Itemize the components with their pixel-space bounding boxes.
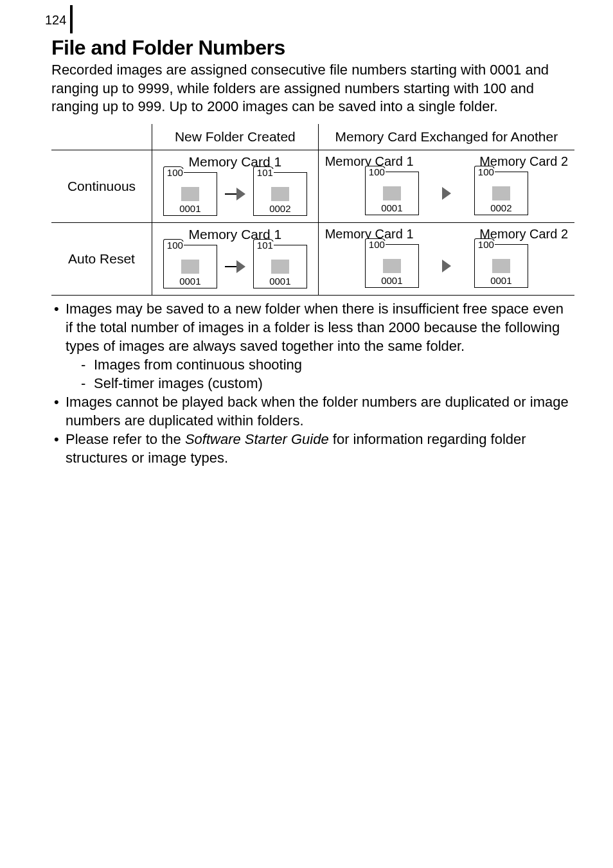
page-number-block: 124 <box>45 13 574 33</box>
page-number-divider <box>70 5 73 33</box>
cell-continuous-exchanged: Memory Card 1 Memory Card 2 100 0001 100 <box>318 150 574 222</box>
note-item: Images cannot be played back when the fo… <box>51 393 574 430</box>
numbering-table: New Folder Created Memory Card Exchanged… <box>51 124 574 296</box>
folder-icon: 101 0001 <box>253 245 307 288</box>
folder-icon: 100 0001 <box>163 245 217 288</box>
file-number: 0001 <box>179 203 200 214</box>
file-number: 0001 <box>179 276 200 287</box>
note-item: Images may be saved to a new folder when… <box>51 299 574 393</box>
image-thumb-icon <box>271 187 289 201</box>
arrow-icon <box>236 260 245 273</box>
file-number: 0002 <box>490 202 511 213</box>
image-thumb-icon <box>181 260 199 274</box>
arrow-icon <box>236 188 245 200</box>
folder-icon: 101 0002 <box>253 172 307 216</box>
table-head-new-folder: New Folder Created <box>152 124 319 150</box>
arrow-icon <box>442 260 451 272</box>
folder-icon: 100 0001 <box>474 244 528 288</box>
page-title: File and Folder Numbers <box>51 36 574 60</box>
image-thumb-icon <box>383 259 401 273</box>
arrow-icon <box>442 187 451 200</box>
file-number: 0001 <box>381 275 402 286</box>
intro-paragraph: Recorded images are assigned consecutive… <box>51 61 574 116</box>
note-item: Please refer to the Software Starter Gui… <box>51 430 574 467</box>
image-thumb-icon <box>492 186 510 200</box>
folder-icon: 100 0001 <box>365 244 419 288</box>
note-text: Images may be saved to a new folder when… <box>66 301 564 354</box>
folder-tab-number: 100 <box>477 168 495 176</box>
image-thumb-icon <box>271 260 289 274</box>
note-text-em: Software Starter Guide <box>185 431 329 447</box>
image-thumb-icon <box>492 259 510 273</box>
folder-tab-number: 100 <box>166 169 184 177</box>
folder-tab-number: 100 <box>166 242 184 249</box>
page-number: 124 <box>45 13 70 28</box>
folder-tab-number: 100 <box>368 241 386 249</box>
notes-list: Images may be saved to a new folder when… <box>51 299 574 467</box>
file-number: 0001 <box>269 276 290 287</box>
row-label-continuous: Continuous <box>51 150 152 222</box>
table-corner <box>51 124 152 150</box>
folder-tab-number: 101 <box>256 169 274 177</box>
folder-tab-number: 100 <box>477 241 495 249</box>
row-label-auto-reset: Auto Reset <box>51 222 152 295</box>
cell-continuous-newfolder: Memory Card 1 100 0001 101 0002 <box>152 150 319 222</box>
image-thumb-icon <box>383 186 401 200</box>
note-text-pre: Please refer to the <box>66 431 185 447</box>
folder-icon: 100 0002 <box>474 172 528 215</box>
note-subitem: Self-timer images (custom) <box>66 374 574 393</box>
folder-icon: 100 0001 <box>365 172 419 215</box>
file-number: 0001 <box>381 202 402 213</box>
file-number: 0001 <box>490 275 511 286</box>
cell-autoreset-exchanged: Memory Card 1 Memory Card 2 100 0001 100 <box>318 222 574 295</box>
file-number: 0002 <box>269 203 290 214</box>
folder-tab-number: 101 <box>256 242 274 249</box>
image-thumb-icon <box>181 187 199 201</box>
table-head-card-exchanged: Memory Card Exchanged for Another <box>318 124 574 150</box>
folder-tab-number: 100 <box>368 168 386 176</box>
cell-autoreset-newfolder: Memory Card 1 100 0001 101 0001 <box>152 222 319 295</box>
folder-icon: 100 0001 <box>163 172 217 216</box>
note-subitem: Images from continuous shooting <box>66 355 574 374</box>
